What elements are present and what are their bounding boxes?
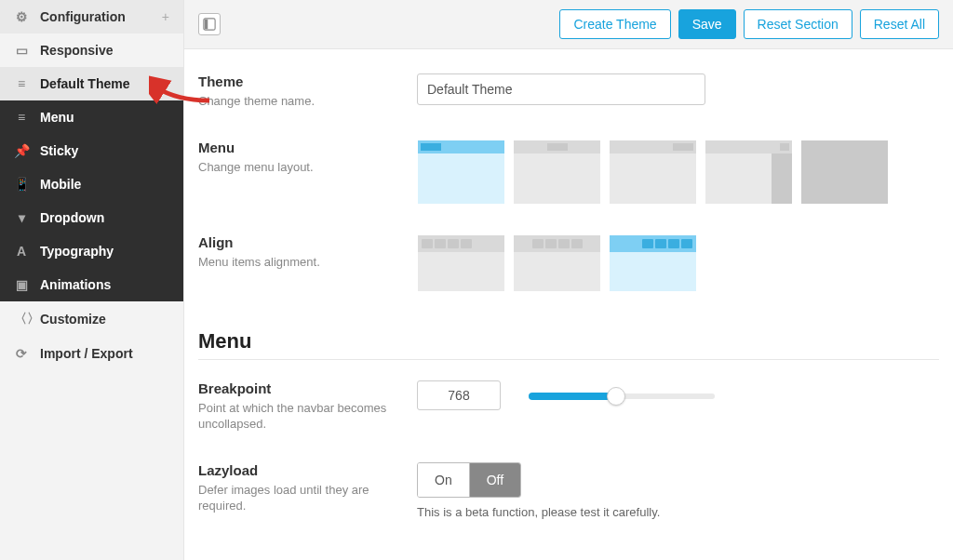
code-icon: 〈〉 bbox=[14, 311, 29, 327]
sidebar-item-sticky[interactable]: 📌 Sticky bbox=[0, 134, 183, 167]
sidebar-item-label: Menu bbox=[40, 110, 74, 125]
row-desc: Menu items alignment. bbox=[198, 254, 398, 271]
sidebar-item-label: Sticky bbox=[40, 143, 78, 158]
sidebar-item-responsive[interactable]: ▭ Responsive bbox=[0, 33, 183, 67]
layout-option-topbar-center[interactable] bbox=[513, 140, 601, 205]
align-picker bbox=[417, 234, 939, 292]
sidebar-item-label: Responsive bbox=[40, 43, 114, 58]
align-option-center[interactable] bbox=[513, 234, 601, 292]
toggle-sidebar-button[interactable] bbox=[198, 13, 221, 35]
sidebar-item-label: Mobile bbox=[40, 177, 81, 192]
row-title: Breakpoint bbox=[198, 380, 398, 396]
pin-icon: 📌 bbox=[14, 143, 29, 158]
type-icon: A bbox=[14, 244, 29, 259]
settings-pane: Theme Change theme name. Menu Change men… bbox=[184, 49, 953, 560]
gear-icon: ⚙ bbox=[14, 9, 29, 24]
sidebar-item-dropdown[interactable]: ▾ Dropdown bbox=[0, 201, 183, 234]
menu-icon: ≡ bbox=[14, 76, 29, 91]
svg-rect-1 bbox=[205, 20, 208, 30]
sidebar-item-label: Dropdown bbox=[40, 210, 104, 225]
sidebar-item-label: Customize bbox=[40, 312, 106, 327]
sidebar-item-label: Configuration bbox=[40, 9, 126, 24]
row-align: Align Menu items alignment. bbox=[198, 220, 939, 307]
lazyload-note: This is a beta function, please test it … bbox=[417, 505, 939, 519]
menu-layout-picker bbox=[417, 140, 939, 205]
row-title: Theme bbox=[198, 73, 398, 89]
row-desc: Point at which the navbar becomes uncoll… bbox=[198, 400, 398, 433]
sidebar-item-label: Import / Export bbox=[40, 346, 133, 361]
reset-section-button[interactable]: Reset Section bbox=[744, 9, 852, 39]
sidebar-item-label: Animations bbox=[40, 277, 111, 292]
expand-icon[interactable]: + bbox=[162, 9, 169, 24]
lazyload-toggle: On Off bbox=[417, 462, 521, 498]
row-breakpoint: Breakpoint Point at which the navbar bec… bbox=[198, 366, 939, 447]
section-heading-menu: Menu bbox=[198, 329, 939, 353]
row-menu-layout: Menu Change menu layout. bbox=[198, 125, 939, 220]
animation-icon: ▣ bbox=[14, 277, 29, 292]
reset-all-button[interactable]: Reset All bbox=[860, 9, 939, 39]
sidebar-subgroup: ≡ Menu 📌 Sticky 📱 Mobile ▾ Dropdown A Ty… bbox=[0, 100, 183, 301]
device-icon: ▭ bbox=[14, 43, 29, 58]
slider-knob[interactable] bbox=[607, 387, 625, 406]
row-desc: Defer images load until they are require… bbox=[198, 482, 398, 514]
theme-name-input[interactable] bbox=[417, 73, 705, 105]
layout-option-topbar-right[interactable] bbox=[609, 140, 697, 205]
mobile-icon: 📱 bbox=[14, 177, 29, 192]
sidebar-item-typography[interactable]: A Typography bbox=[0, 234, 183, 268]
dropdown-icon: ▾ bbox=[14, 210, 29, 225]
sidebar-item-default-theme[interactable]: ≡ Default Theme bbox=[0, 67, 183, 100]
sidebar-item-animations[interactable]: ▣ Animations bbox=[0, 268, 183, 301]
sidebar: ⚙ Configuration + ▭ Responsive ≡ Default… bbox=[0, 0, 184, 560]
sync-icon: ⟳ bbox=[14, 346, 29, 361]
menu-icon: ≡ bbox=[14, 110, 29, 125]
sidebar-item-mobile[interactable]: 📱 Mobile bbox=[0, 167, 183, 201]
sidebar-item-label: Default Theme bbox=[40, 76, 129, 91]
align-option-left[interactable] bbox=[417, 234, 505, 292]
row-theme: Theme Change theme name. bbox=[198, 59, 939, 125]
row-desc: Change theme name. bbox=[198, 93, 398, 110]
layout-option-full[interactable] bbox=[800, 140, 889, 205]
row-title: Align bbox=[198, 234, 398, 250]
row-desc: Change menu layout. bbox=[198, 159, 398, 176]
save-button[interactable]: Save bbox=[678, 9, 736, 39]
sidebar-item-configuration[interactable]: ⚙ Configuration + bbox=[0, 0, 183, 33]
row-title: Lazyload bbox=[198, 462, 398, 478]
row-title: Menu bbox=[198, 140, 398, 155]
sidebar-item-menu[interactable]: ≡ Menu bbox=[0, 100, 183, 134]
breakpoint-input[interactable] bbox=[417, 380, 501, 410]
sidebar-item-label: Typography bbox=[40, 244, 114, 259]
layout-option-topbar-left[interactable] bbox=[417, 140, 505, 205]
sidebar-item-customize[interactable]: 〈〉 Customize bbox=[0, 301, 183, 337]
sidebar-item-import-export[interactable]: ⟳ Import / Export bbox=[0, 337, 183, 370]
lazyload-on-button[interactable]: On bbox=[418, 463, 470, 497]
align-option-right[interactable] bbox=[609, 234, 697, 292]
toolbar: Create Theme Save Reset Section Reset Al… bbox=[184, 0, 953, 49]
create-theme-button[interactable]: Create Theme bbox=[559, 9, 670, 39]
row-lazyload: Lazyload Defer images load until they ar… bbox=[198, 447, 939, 534]
layout-option-right-sidebar[interactable] bbox=[705, 140, 793, 205]
breakpoint-slider[interactable] bbox=[529, 386, 715, 405]
lazyload-off-button[interactable]: Off bbox=[470, 463, 520, 497]
